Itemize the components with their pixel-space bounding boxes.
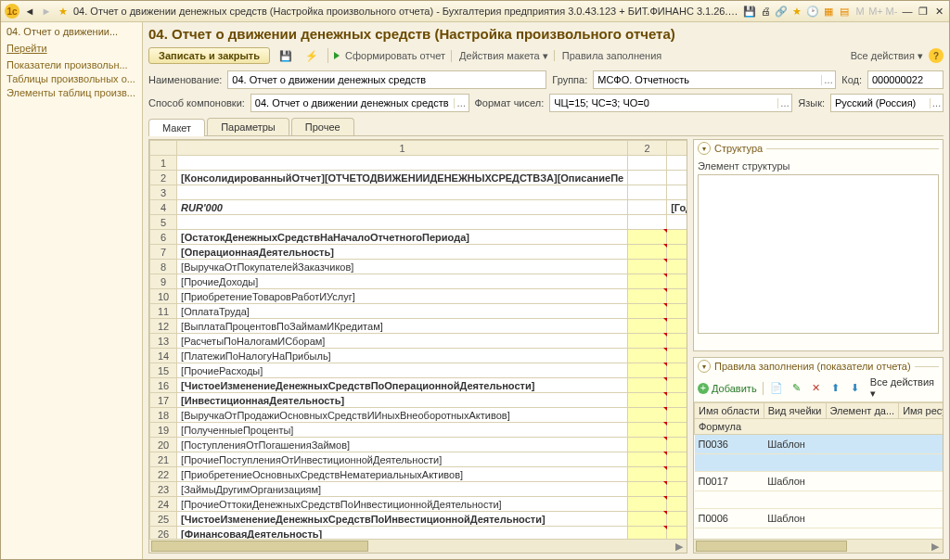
layout-actions-link[interactable]: Действия макета ▾: [451, 50, 548, 62]
rules-col-header[interactable]: Вид ячейки: [764, 403, 826, 419]
grid-cell[interactable]: [ПриобретениеОсновныхСредствНематериальн…: [177, 467, 628, 482]
tb-calc-icon[interactable]: ▦: [822, 5, 835, 18]
rules-cell-kind[interactable]: Шаблон: [764, 435, 826, 454]
grid-cell[interactable]: [ПоступленияОтПогашенияЗаймов]: [177, 438, 628, 452]
grid-cell[interactable]: [ИнвестиционнаяДеятельность]: [177, 393, 628, 408]
rules-cell-elem[interactable]: [826, 509, 899, 528]
grid-cell[interactable]: [667, 378, 687, 393]
bolt-icon[interactable]: ⚡: [302, 45, 322, 66]
grid-row[interactable]: 11[ОплатаТруда]: [150, 304, 687, 319]
grid-cell[interactable]: [ФинансоваяДеятельность]: [177, 527, 628, 540]
grid-cell[interactable]: [ОстатокДенежныхСредствНаНачалоОтчетного…: [177, 230, 628, 245]
rules-row[interactable]: П0006Шаблон: [695, 509, 944, 528]
grid-cell[interactable]: [667, 393, 687, 408]
rules-formula-row[interactable]: [695, 454, 944, 472]
grid-row[interactable]: 26[ФинансоваяДеятельность]: [150, 527, 687, 540]
grid-cell[interactable]: [628, 319, 667, 334]
grid-row[interactable]: 15[ПрочиеРасходы]: [150, 363, 687, 378]
grid-cell[interactable]: [667, 215, 687, 230]
rules-cell-area[interactable]: П0006: [695, 509, 764, 528]
maximize-icon[interactable]: ❐: [917, 5, 930, 18]
grid-row[interactable]: 6[ОстатокДенежныхСредствНаНачалоОтчетног…: [150, 230, 687, 245]
fill-rules-link[interactable]: Правила заполнения: [554, 50, 662, 61]
code-input[interactable]: [868, 74, 943, 85]
grid-cell[interactable]: [628, 215, 667, 230]
grid-cell[interactable]: [667, 438, 687, 452]
grid-cell[interactable]: [628, 274, 667, 289]
grid-cell[interactable]: [177, 156, 628, 171]
rules-cell-res[interactable]: [899, 509, 943, 528]
rules-cell-kind[interactable]: Шаблон: [764, 472, 826, 491]
group-input[interactable]: [594, 74, 820, 85]
grid-row[interactable]: 23[ЗаймыДругимОрганизациям]: [150, 482, 687, 497]
grid-cell[interactable]: [667, 260, 687, 274]
all-actions-link[interactable]: Все действия ▾: [843, 50, 923, 62]
tb-cal-icon[interactable]: ▤: [838, 5, 851, 18]
grid-cell[interactable]: [628, 185, 667, 200]
grid-cell[interactable]: [628, 245, 667, 260]
grid-cell[interactable]: RUR'000: [177, 200, 628, 215]
rules-collapse-icon[interactable]: ▾: [698, 360, 711, 373]
tb-fav-icon[interactable]: ★: [790, 5, 803, 18]
rules-cell-res[interactable]: [899, 435, 943, 454]
layout-grid[interactable]: 1234512[КонсолидированныйОтчет][ОТЧЕТОДВ…: [148, 139, 687, 554]
grid-cell[interactable]: [667, 230, 687, 245]
rules-col-header[interactable]: Имя ресу...: [899, 403, 943, 419]
grid-row[interactable]: 8[ВыручкаОтПокупателейЗаказчиков]: [150, 260, 687, 274]
grid-cell[interactable]: [177, 185, 628, 200]
grid-cell[interactable]: [667, 423, 687, 438]
rules-cell-area[interactable]: П0036: [695, 435, 764, 454]
grid-cell[interactable]: [667, 452, 687, 467]
grid-cell[interactable]: [ЧистоеИзменениеДенежныхСредствПоОпераци…: [177, 378, 628, 393]
grid-row[interactable]: 10[ПриобретениеТоваровРаботИУслуг]: [150, 289, 687, 304]
rules-col-header[interactable]: Элемент да...: [826, 403, 899, 419]
grid-cell[interactable]: [667, 527, 687, 540]
rules-cell-elem[interactable]: [826, 472, 899, 491]
grid-cell[interactable]: [ПрочиеРасходы]: [177, 363, 628, 378]
tab-layout[interactable]: Макет: [148, 119, 205, 136]
favorite-star-icon[interactable]: ★: [57, 5, 70, 18]
close-icon[interactable]: ✕: [932, 5, 945, 18]
rules-add-button[interactable]: +Добавить: [698, 383, 757, 394]
rules-formula-row[interactable]: [695, 491, 944, 509]
tab-params[interactable]: Параметры: [207, 118, 289, 135]
grid-cell[interactable]: [КонсолидированныйОтчет][ОТЧЕТОДВИЖЕНИИД…: [177, 171, 628, 185]
grid-cell[interactable]: [667, 467, 687, 482]
grid-cell[interactable]: [ПрочиеОттокиДенежныхСредствПоИнвестицио…: [177, 497, 628, 512]
rules-copy-icon[interactable]: 📄: [769, 380, 785, 397]
grid-cell[interactable]: [ПлатежиПоНалогуНаПрибыль]: [177, 349, 628, 363]
grid-cell[interactable]: [667, 363, 687, 378]
numfmt-input[interactable]: [550, 97, 777, 108]
rules-col-header[interactable]: Имя области: [695, 403, 764, 419]
grid-cell[interactable]: [667, 185, 687, 200]
grid-cell[interactable]: [ПриобретениеТоваровРаботИУслуг]: [177, 289, 628, 304]
grid-cell[interactable]: [177, 215, 628, 230]
rules-edit-icon[interactable]: ✎: [789, 380, 804, 397]
grid-cell[interactable]: [667, 482, 687, 497]
grid-cell[interactable]: [667, 171, 687, 185]
rules-up-icon[interactable]: ⬆: [828, 380, 843, 397]
lang-input[interactable]: [831, 97, 930, 108]
grid-cell[interactable]: [667, 408, 687, 423]
grid-cell[interactable]: [РасчетыПоНалогамИСборам]: [177, 334, 628, 349]
grid-cell[interactable]: [628, 378, 667, 393]
grid-cell[interactable]: [628, 482, 667, 497]
grid-row[interactable]: 4RUR'000[ГодКон][ГодНа: [150, 200, 687, 215]
form-report-link[interactable]: Сформировать отчет: [345, 50, 445, 61]
grid-row[interactable]: 9[ПрочиеДоходы]: [150, 274, 687, 289]
grid-cell[interactable]: [628, 467, 667, 482]
rules-cell-area[interactable]: П0017: [695, 472, 764, 491]
layout-picker-icon[interactable]: …: [454, 98, 468, 108]
grid-cell[interactable]: [667, 349, 687, 363]
grid-cell[interactable]: [ОплатаТруда]: [177, 304, 628, 319]
name-input[interactable]: [228, 74, 546, 85]
rules-formula-header[interactable]: Формула: [695, 419, 944, 435]
help-icon[interactable]: ?: [929, 48, 944, 63]
grid-row[interactable]: 7[ОперационнаяДеятельность]: [150, 245, 687, 260]
grid-cell[interactable]: [667, 497, 687, 512]
grid-cell[interactable]: [667, 304, 687, 319]
grid-cell[interactable]: [628, 334, 667, 349]
layout-input[interactable]: [251, 97, 454, 108]
side-link-2[interactable]: Элементы таблиц произв...: [6, 87, 136, 98]
tb-history-icon[interactable]: 🕑: [806, 5, 819, 18]
